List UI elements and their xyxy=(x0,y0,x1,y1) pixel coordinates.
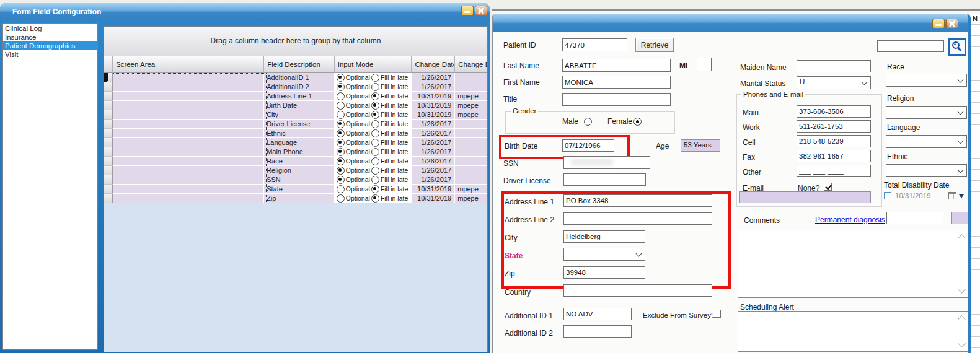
marital-status-combo[interactable]: U xyxy=(797,76,871,89)
grid-row[interactable]: AdditionalID 1OptionalFill in late1/26/2… xyxy=(104,73,487,82)
radio-fill-in-late[interactable] xyxy=(371,194,379,203)
cell-field-description[interactable]: SSN xyxy=(264,175,335,185)
header-screen-area[interactable]: Screen Area xyxy=(113,56,264,73)
radio-fill-in-late[interactable] xyxy=(371,185,379,193)
cell-field-description[interactable]: State xyxy=(264,185,335,194)
cell-screen-area[interactable] xyxy=(113,185,264,194)
cell-change-by[interactable] xyxy=(455,82,487,92)
city-input[interactable] xyxy=(563,230,645,243)
radio-fill-in-late[interactable] xyxy=(371,111,379,119)
grid-row[interactable]: EthnicOptionalFill in late1/26/2017 xyxy=(104,129,487,138)
right-title-bar[interactable] xyxy=(493,14,968,32)
grid-row[interactable]: RaceOptionalFill in late1/26/2017 xyxy=(104,157,487,166)
radio-fill-in-late[interactable] xyxy=(371,148,379,156)
radio-fill-in-late[interactable] xyxy=(371,129,379,137)
cell-change-date[interactable]: 1/26/2017 xyxy=(412,138,455,147)
cell-screen-area[interactable] xyxy=(113,120,264,129)
cell-input-mode[interactable]: OptionalFill in late xyxy=(335,157,412,166)
radio-fill-in-late[interactable] xyxy=(371,176,379,184)
cell-field-description[interactable]: Zip xyxy=(264,194,335,203)
cell-field-description[interactable]: AdditionalID 1 xyxy=(264,73,335,82)
cell-input-mode[interactable]: OptionalFill in late xyxy=(335,147,412,157)
chevron-up-icon[interactable] xyxy=(958,234,966,242)
diagnosis-code-input[interactable] xyxy=(886,212,943,224)
radio-optional[interactable] xyxy=(337,102,345,110)
cell-change-date[interactable]: 10/31/2019 xyxy=(412,194,455,203)
cell-change-by[interactable] xyxy=(455,129,487,138)
male-radio[interactable] xyxy=(584,118,592,126)
grid-row[interactable]: CityOptionalFill in late10/31/2019mpepe xyxy=(104,110,487,120)
radio-optional[interactable] xyxy=(337,74,345,82)
cell-change-date[interactable]: 1/26/2017 xyxy=(412,147,455,157)
row-indicator-cell[interactable] xyxy=(104,138,113,147)
grid-row[interactable]: Address Line 1OptionalFill in late10/31/… xyxy=(104,92,487,101)
cell-change-by[interactable] xyxy=(455,138,487,147)
radio-optional[interactable] xyxy=(337,111,345,119)
cell-screen-area[interactable] xyxy=(113,101,264,110)
total-disability-checkbox[interactable] xyxy=(884,192,891,199)
radio-fill-in-late[interactable] xyxy=(371,120,379,128)
state-combo[interactable] xyxy=(563,248,645,261)
chevron-up-icon[interactable] xyxy=(958,315,966,323)
cell-change-date[interactable]: 10/31/2019 xyxy=(412,185,455,194)
cell-change-date[interactable]: 1/26/2017 xyxy=(412,129,455,138)
header-change-date[interactable]: Change Date xyxy=(412,56,455,73)
phone-other-input[interactable] xyxy=(797,165,871,177)
race-combo[interactable] xyxy=(886,74,967,87)
birth-date-input[interactable] xyxy=(562,139,614,152)
sidebar-item-visit[interactable]: Visit xyxy=(3,50,97,59)
cell-input-mode[interactable]: OptionalFill in late xyxy=(335,110,412,120)
ethnic-combo[interactable] xyxy=(886,164,967,177)
cell-change-by[interactable]: mpepe xyxy=(455,92,487,101)
row-indicator-cell[interactable] xyxy=(104,157,113,166)
cell-field-description[interactable]: Driver License xyxy=(264,120,335,129)
row-indicator-cell[interactable] xyxy=(104,129,113,138)
cell-change-by[interactable] xyxy=(455,175,487,185)
zip-input[interactable] xyxy=(563,266,645,279)
cell-change-by[interactable] xyxy=(455,166,487,175)
cell-change-by[interactable]: mpepe xyxy=(455,194,487,203)
cell-field-description[interactable]: Birth Date xyxy=(264,101,335,110)
religion-combo[interactable] xyxy=(886,106,967,119)
radio-fill-in-late[interactable] xyxy=(371,83,379,91)
grid-row[interactable]: StateOptionalFill in late10/31/2019mpepe xyxy=(104,185,487,194)
ssn-input[interactable] xyxy=(563,156,650,169)
cell-screen-area[interactable] xyxy=(113,82,264,92)
phone-work-input[interactable] xyxy=(797,120,871,133)
radio-optional[interactable] xyxy=(337,92,345,100)
radio-optional[interactable] xyxy=(337,120,345,128)
cell-change-date[interactable]: 10/31/2019 xyxy=(412,110,455,120)
minimize-button[interactable] xyxy=(932,19,945,28)
grid-row[interactable]: LanguageOptionalFill in late1/26/2017 xyxy=(104,138,487,147)
cell-change-by[interactable]: mpepe xyxy=(455,110,487,120)
cell-screen-area[interactable] xyxy=(113,92,264,101)
cell-input-mode[interactable]: OptionalFill in late xyxy=(335,194,412,203)
phone-cell-input[interactable] xyxy=(797,135,871,147)
grid-row[interactable]: ReligionOptionalFill in late1/26/2017 xyxy=(104,166,487,175)
cell-change-date[interactable]: 1/26/2017 xyxy=(412,157,455,166)
driver-license-input[interactable] xyxy=(563,173,646,186)
cell-change-by[interactable] xyxy=(455,120,487,129)
additional-id1-input[interactable] xyxy=(563,308,632,320)
email-none-checkbox[interactable] xyxy=(824,183,832,191)
last-name-input[interactable] xyxy=(562,59,671,72)
group-by-panel[interactable]: Drag a column header here to group by th… xyxy=(104,27,487,56)
grid-row[interactable]: AdditionalID 2OptionalFill in late1/26/2… xyxy=(104,82,487,92)
row-indicator-cell[interactable] xyxy=(104,110,113,120)
radio-optional[interactable] xyxy=(337,194,345,203)
cell-input-mode[interactable]: OptionalFill in late xyxy=(335,92,412,101)
cell-input-mode[interactable]: OptionalFill in late xyxy=(335,175,412,185)
address2-input[interactable] xyxy=(563,212,712,225)
sidebar-item-clinical-log[interactable]: Clinical Log xyxy=(3,24,97,33)
female-radio[interactable] xyxy=(633,118,642,126)
cell-change-by[interactable]: mpepe xyxy=(455,185,487,194)
row-indicator-cell[interactable] xyxy=(104,92,113,101)
cell-screen-area[interactable] xyxy=(113,110,264,120)
header-input-mode[interactable]: Input Mode xyxy=(335,56,412,73)
cell-input-mode[interactable]: OptionalFill in late xyxy=(335,185,412,194)
cell-change-date[interactable]: 10/31/2019 xyxy=(412,101,455,110)
cell-screen-area[interactable] xyxy=(113,129,264,138)
cell-field-description[interactable]: AdditionalID 2 xyxy=(264,82,335,92)
search-button[interactable] xyxy=(948,38,966,56)
cell-field-description[interactable]: Address Line 1 xyxy=(264,92,335,101)
